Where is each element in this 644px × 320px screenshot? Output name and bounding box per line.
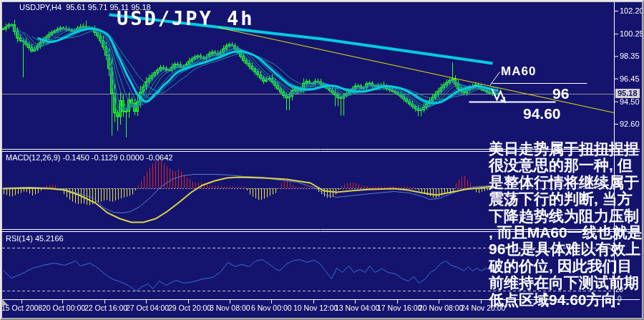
mt4-chart-window: USDJPY,H4 95.61 95.71 95.11 95.18 USD/JP…	[0, 0, 644, 320]
window-bezel	[0, 0, 644, 320]
